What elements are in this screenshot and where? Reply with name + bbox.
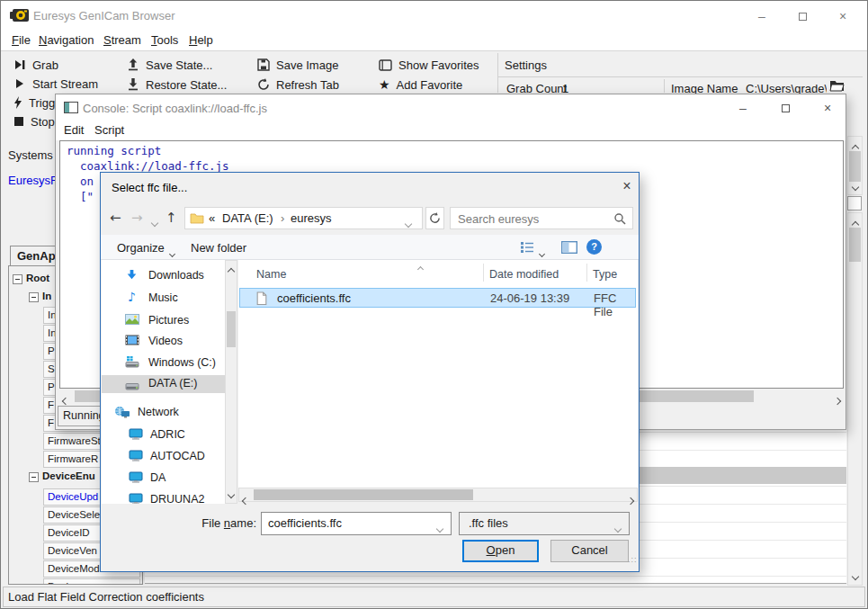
scrollbar-thumb[interactable] (254, 489, 473, 500)
forward-button[interactable]: → (131, 210, 143, 226)
restore-state-label: Restore State... (146, 78, 227, 92)
console-menubar: Edit Script (56, 121, 846, 140)
console-minimize-button[interactable]: – (729, 98, 756, 118)
settings-header: Settings (505, 58, 547, 72)
console-menu-script[interactable]: Script (94, 123, 124, 137)
file-name-input[interactable]: coefficients.ffc (261, 512, 452, 535)
search-box[interactable]: Search euresys (450, 207, 633, 229)
place-da[interactable]: DA (102, 470, 225, 488)
place-adric[interactable]: ADRIC (102, 426, 225, 444)
file-row-selected[interactable]: coefficients.ffc 24-06-19 13:39 FFC File (239, 288, 636, 308)
play-icon (13, 78, 26, 89)
place-autocad[interactable]: AUTOCAD (102, 448, 225, 466)
place-data-e-selected[interactable]: DATA (E:) (102, 375, 225, 393)
resize-grip[interactable]: .:: (628, 555, 638, 564)
place-druuna2[interactable]: DRUUNA2 (102, 491, 225, 504)
organize-menu[interactable]: Organize (117, 241, 165, 255)
select-ffc-file-dialog: Select ffc file... × ← → ↑ « DATA (E:) ›… (100, 172, 640, 572)
show-favorites-label: Show Favorites (398, 58, 479, 72)
refresh-tab-button[interactable]: Refresh Tab (257, 77, 339, 92)
places-scrollbar[interactable] (225, 260, 237, 504)
add-favorite-label: Add Favorite (397, 78, 463, 92)
menu-file[interactable]: File (8, 32, 34, 48)
console-maximize-button[interactable] (772, 98, 799, 118)
stop-button[interactable]: Stop (13, 114, 55, 129)
favorites-scrollbar[interactable] (847, 136, 863, 195)
back-button[interactable]: ← (110, 210, 121, 226)
menu-stream[interactable]: Stream (100, 32, 145, 48)
breadcrumb-drive[interactable]: DATA (E:) (222, 211, 273, 225)
menu-navigation[interactable]: Navigation (35, 32, 97, 48)
place-pictures[interactable]: Pictures (102, 312, 225, 330)
place-videos[interactable]: Videos (102, 333, 225, 351)
save-image-button[interactable]: Save Image (257, 58, 338, 72)
refresh-button[interactable] (425, 207, 444, 229)
settings-divider (497, 53, 498, 93)
menu-tools[interactable]: Tools (148, 32, 182, 48)
help-icon[interactable]: ? (586, 239, 602, 255)
cancel-button[interactable]: Cancel (550, 540, 629, 562)
file-type-select[interactable]: .ffc files (459, 512, 630, 535)
place-windows-c[interactable]: Windows (C:) (102, 354, 225, 372)
collapse-icon[interactable] (29, 292, 39, 302)
place-downloads[interactable]: Downloads (102, 267, 225, 285)
show-favorites-button[interactable]: Show Favorites (379, 58, 479, 72)
grab-button[interactable]: Grab (13, 58, 58, 72)
file-list-horizontal-scrollbar[interactable] (238, 488, 638, 502)
dialog-close-button[interactable]: × (615, 175, 639, 197)
main-status-bar: Load Flat Field Correction coefficients (3, 587, 865, 607)
column-header-name[interactable]: Name (256, 268, 286, 281)
minimize-button[interactable]: – (748, 6, 775, 26)
console-close-button[interactable]: × (814, 98, 841, 118)
search-placeholder: Search euresys (458, 212, 539, 226)
view-mode-dropdown[interactable] (540, 246, 544, 259)
scrollbar-thumb[interactable] (227, 311, 236, 347)
browse-folder-icon[interactable] (829, 79, 845, 94)
chevron-down-icon (615, 521, 621, 534)
address-bar[interactable]: « DATA (E:) › euresys (184, 207, 423, 229)
tab-genapi[interactable]: GenApi (10, 246, 57, 266)
grab-label: Grab (32, 58, 58, 72)
up-button[interactable]: ↑ (166, 210, 177, 226)
pane-splitter-box[interactable] (847, 196, 862, 210)
collapse-icon[interactable] (13, 274, 22, 284)
nav-history-dropdown[interactable] (152, 215, 157, 228)
start-stream-button[interactable]: Start Stream (13, 76, 98, 91)
restore-state-button[interactable]: Restore State... (127, 77, 227, 92)
breadcrumb-chevrons[interactable]: « (209, 211, 215, 225)
system-name-link[interactable]: EuresysF (8, 174, 58, 187)
panel-icon (379, 59, 392, 71)
column-divider[interactable] (586, 264, 587, 282)
save-state-button[interactable]: Save State... (127, 58, 212, 72)
close-button[interactable]: × (829, 6, 856, 26)
place-network[interactable]: Network (102, 404, 225, 422)
file-icon (256, 291, 267, 308)
column-divider[interactable] (483, 264, 484, 282)
breadcrumb-folder[interactable]: euresys (291, 211, 332, 225)
console-menu-edit[interactable]: Edit (64, 123, 84, 137)
column-header-type[interactable]: Type (593, 268, 617, 281)
chevron-down-icon (437, 521, 443, 534)
place-music[interactable]: ♪ Music (102, 290, 225, 308)
computer-icon (129, 428, 143, 443)
refresh-icon (429, 212, 441, 224)
add-favorite-button[interactable]: ★ Add Favorite (379, 77, 462, 92)
collapse-icon[interactable] (29, 472, 39, 482)
systems-label: Systems (8, 148, 53, 162)
search-icon[interactable] (613, 212, 626, 228)
refresh-tab-label: Refresh Tab (276, 78, 339, 92)
column-header-date[interactable]: Date modified (489, 268, 559, 281)
scrollbar-thumb[interactable] (849, 228, 861, 262)
maximize-button[interactable] (789, 6, 816, 26)
sort-ascending-icon[interactable] (418, 261, 423, 274)
view-mode-icon[interactable] (520, 241, 534, 256)
new-folder-button[interactable]: New folder (191, 241, 246, 255)
scrollbar-thumb[interactable] (849, 151, 861, 182)
preview-pane-icon[interactable] (561, 241, 577, 256)
tree-row[interactable]: Device (9, 578, 142, 585)
open-button[interactable]: Open (462, 540, 539, 562)
main-vertical-scrollbar[interactable] (847, 212, 863, 586)
computer-icon (129, 471, 143, 486)
menu-help[interactable]: Help (185, 32, 217, 48)
address-dropdown[interactable] (406, 216, 411, 229)
